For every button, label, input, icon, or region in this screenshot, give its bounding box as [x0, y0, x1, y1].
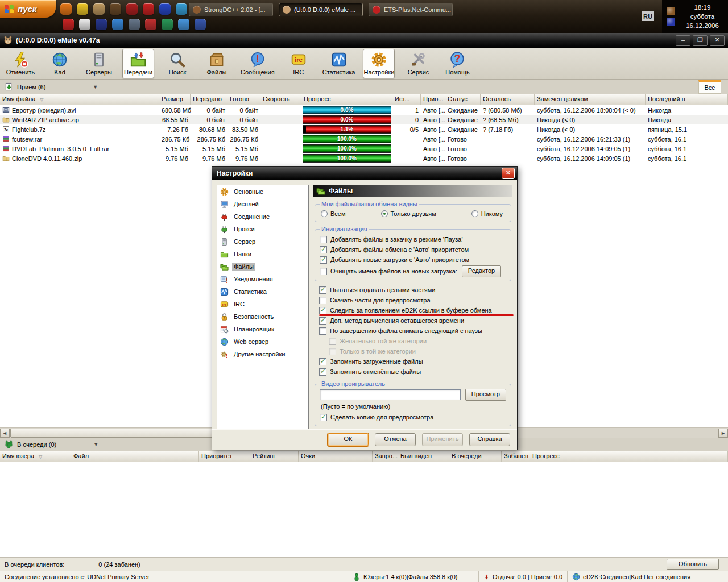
column-header[interactable]: Прио... [421, 94, 445, 105]
checkbox[interactable] [319, 317, 326, 325]
settings-sidebar-item[interactable]: Основные [217, 185, 308, 198]
table-row[interactable]: WinRAR ZIP archive.zip68.55 Мб0 байт0 ба… [0, 115, 728, 124]
column-header[interactable]: Запро... [373, 451, 398, 462]
scroll-left-button[interactable]: ◄ [0, 429, 10, 438]
cancel-button[interactable]: Отмена [375, 433, 416, 446]
checkbox[interactable] [320, 246, 327, 253]
checkbox[interactable] [319, 307, 326, 314]
settings-sidebar-item[interactable]: Сервер [217, 235, 308, 248]
checkbox-row[interactable]: Сделать копию для предпросмотра [320, 412, 506, 422]
toolbar-button-wrench[interactable]: Сервис [402, 49, 434, 78]
taskbar-task-button[interactable]: (U:0.0 D:0.0) eMule ... [279, 3, 363, 16]
settings-sidebar-item[interactable]: Другие настройки [217, 348, 308, 360]
column-header[interactable]: Был виден [398, 451, 449, 462]
quick-launch-icon[interactable] [77, 3, 88, 15]
checkbox-row[interactable]: Добавлять новые загрузки с 'Авто' приори… [320, 255, 506, 265]
checkbox-row[interactable]: Желательно той же категории [329, 336, 508, 346]
settings-sidebar-item[interactable]: Прокси [217, 223, 308, 235]
help-button[interactable]: Справка [469, 433, 510, 446]
column-header[interactable]: Передано [191, 94, 228, 105]
checkbox-row[interactable]: По завершению файла снимать следующий с … [319, 326, 508, 336]
toolbar-button-bubble[interactable]: Сообщения [240, 49, 275, 78]
toolbar-button-irc[interactable]: IRC [283, 49, 315, 78]
browse-button[interactable]: Просмотр [465, 389, 506, 401]
checkbox[interactable] [319, 297, 326, 304]
checkbox[interactable] [320, 236, 327, 243]
toolbar-button-gear[interactable]: Настройки [363, 49, 395, 78]
quick-launch-icon[interactable] [178, 19, 189, 30]
toolbar-button-transfer[interactable]: Передачи [122, 49, 154, 78]
column-header[interactable]: Ист... [392, 94, 421, 105]
checkbox-row[interactable]: Скачать части для предпросмотра [319, 295, 508, 305]
checkbox-row[interactable]: Запомнить загруженные файлы [319, 356, 508, 367]
downloads-dropdown-arrow[interactable]: ▼ [93, 84, 98, 90]
column-header[interactable]: Рейтинг [250, 451, 299, 462]
quick-launch-icon[interactable] [60, 3, 72, 15]
column-header[interactable]: Файл [71, 451, 199, 462]
scroll-right-button[interactable]: ► [718, 429, 728, 438]
column-header[interactable]: Осталось [481, 94, 535, 105]
checkbox-row[interactable]: Добавлять файлы в закачку в режиме 'Пауз… [320, 234, 506, 244]
toolbar-button-server[interactable]: Серверы [83, 49, 115, 78]
quick-launch-icon[interactable] [162, 19, 173, 30]
settings-sidebar-item[interactable]: Безопасность [217, 310, 308, 323]
table-row[interactable]: Евротур (комедия).avi680.58 Мб0 байт0 ба… [0, 105, 728, 115]
table-row[interactable]: Fightclub.7z7.26 Гб80.68 Мб83.50 Мб1.1%0… [0, 124, 728, 134]
refresh-button[interactable]: Обновить [667, 559, 719, 570]
visibility-radio[interactable]: Только друзьям [381, 210, 436, 217]
visibility-radio[interactable]: Всем [321, 210, 346, 217]
quick-launch-icon[interactable] [110, 3, 121, 15]
checkbox[interactable] [319, 368, 326, 376]
checkbox[interactable] [320, 414, 327, 421]
column-header[interactable]: Прогресс [301, 94, 392, 105]
upload-dropdown-arrow[interactable]: ▼ [93, 442, 98, 447]
checkbox-row[interactable]: Только в той же категории [329, 346, 508, 356]
close-button[interactable]: ✕ [710, 35, 725, 46]
settings-sidebar-item[interactable]: IRC [217, 298, 308, 310]
editor-button[interactable]: Редактор [462, 265, 501, 277]
toolbar-button-globe[interactable]: Kad [44, 49, 76, 78]
toolbar-button-chart[interactable]: Статистика [322, 49, 356, 78]
settings-sidebar-item[interactable]: Web сервер [217, 335, 308, 348]
column-header[interactable]: Забанен [502, 451, 530, 462]
column-header[interactable]: Размер [159, 94, 191, 105]
quick-launch-icon[interactable] [195, 19, 206, 30]
radio-button[interactable] [381, 210, 388, 217]
quick-launch-icon[interactable] [159, 3, 171, 15]
tray-icon[interactable] [667, 18, 675, 26]
checkbox-row[interactable]: Очищать имена файлов на новых загрузка:Р… [320, 265, 506, 277]
visibility-radio[interactable]: Никому [471, 210, 503, 217]
column-header[interactable]: Приоритет [199, 451, 250, 462]
toolbar-button-box[interactable]: Файлы [201, 49, 233, 78]
column-header[interactable]: Очки [299, 451, 373, 462]
ok-button[interactable]: ОК [328, 433, 369, 446]
quick-launch-icon[interactable] [93, 3, 105, 15]
checkbox-row[interactable]: Следить за появлением eD2K ссылки в буфе… [319, 305, 508, 315]
column-header[interactable]: Имя файла▽ [0, 94, 159, 105]
toolbar-button-magnifier[interactable]: Поиск [162, 49, 193, 78]
column-header[interactable]: Прогресс [530, 451, 728, 462]
table-row[interactable]: DVDFab_Platinum_3.0.5.0_Full.rar5.15 Мб5… [0, 144, 728, 153]
checkbox[interactable] [319, 286, 326, 294]
toolbar-button-cancel[interactable]: Отменить [5, 49, 36, 78]
radio-button[interactable] [471, 210, 478, 217]
taskbar-task-button[interactable]: ETS-Plus.Net-Commu... [369, 3, 453, 16]
quick-launch-icon[interactable] [143, 3, 154, 15]
column-header[interactable]: Готово [228, 94, 260, 105]
table-row[interactable]: fcutsew.rar286.75 Кб286.75 Кб286.75 Кб10… [0, 134, 728, 144]
toolbar-button-help[interactable]: Помощь [441, 49, 473, 78]
dialog-close-button[interactable]: ✕ [502, 168, 515, 179]
category-tab-all[interactable]: Все [698, 80, 721, 94]
column-header[interactable]: Последний п [646, 94, 728, 105]
settings-sidebar-item[interactable]: Планировщик [217, 323, 308, 335]
column-header[interactable]: Замечен целиком [535, 94, 646, 105]
column-header[interactable]: Статус [445, 94, 481, 105]
checkbox-row[interactable]: Добавлять файлы обмена с 'Авто' приорите… [320, 244, 506, 255]
column-header[interactable]: Имя юзера▽ [0, 451, 71, 462]
column-header[interactable]: Скорость [260, 94, 301, 105]
checkbox-row[interactable]: Запомнить отменённые файлы [319, 367, 508, 377]
radio-button[interactable] [321, 210, 328, 217]
table-row[interactable]: CloneDVD 4.0.11.460.zip9.76 Мб9.76 Мб9.7… [0, 153, 728, 163]
settings-sidebar-item[interactable]: Соединение [217, 210, 308, 223]
minimize-button[interactable]: – [676, 35, 690, 46]
